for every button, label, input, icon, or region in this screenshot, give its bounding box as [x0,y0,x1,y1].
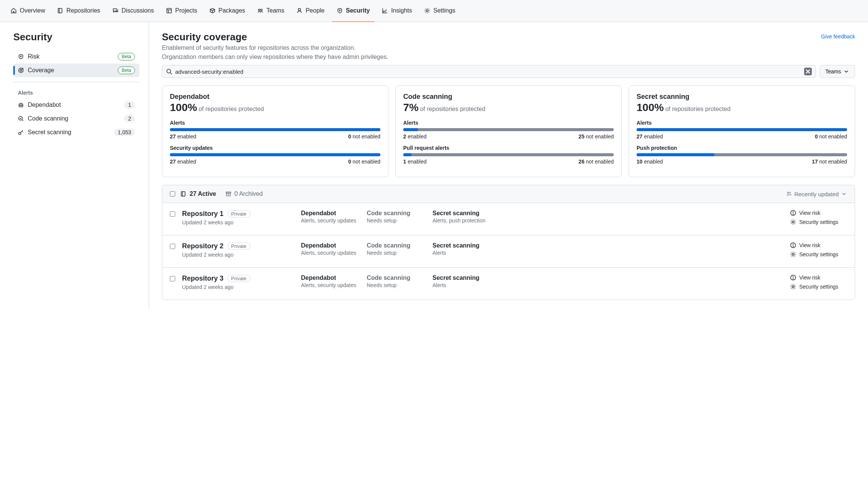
codescan-title: Code scanning [367,210,426,217]
sidebar-divider [13,82,139,82]
not-enabled-count: 26 not enabled [578,159,614,165]
topnav-label: Repositories [67,7,100,14]
repo-name[interactable]: Repository 2 Private [182,242,250,250]
enabled-count: 1 enabled [403,159,427,165]
repo-name[interactable]: Repository 1 Private [182,210,250,218]
topnav-repositories[interactable]: Repositories [53,0,105,22]
security-settings-link[interactable]: Security settings [790,284,847,290]
gear-icon [790,219,796,225]
row-checkbox[interactable] [170,276,175,281]
teams-filter-button[interactable]: Teams [820,65,855,78]
search-box[interactable] [162,65,816,78]
caret-down-icon [843,68,849,75]
codescan-sub: Needs setup [367,217,426,224]
section-label: Security updates [170,145,380,151]
svg-rect-2 [167,8,171,13]
topnav-label: Packages [219,7,245,14]
topnav-packages[interactable]: Packages [205,0,250,22]
svg-point-50 [792,286,794,288]
count-badge: 1 [124,101,135,109]
card-title: Dependabot [170,93,380,101]
visibility-badge: Private [227,243,250,250]
row-checkbox[interactable] [170,211,175,217]
svg-rect-31 [181,192,185,196]
svg-point-49 [793,279,793,279]
topnav-projects[interactable]: Projects [162,0,202,22]
topnav-teams[interactable]: Teams [253,0,289,22]
row-checkbox[interactable] [170,244,175,249]
topnav-security[interactable]: Security [332,0,374,22]
enabled-count: 27 enabled [637,133,663,140]
svg-point-14 [21,56,21,57]
svg-line-23 [22,120,23,121]
sidebar-item-risk[interactable]: RiskBeta [13,50,139,63]
caret-down-icon [841,191,847,197]
visibility-badge: Private [227,210,250,217]
svg-line-6 [212,10,215,11]
insights-icon [382,8,388,14]
gear-icon [790,251,796,257]
repo-list-header: 27 Active 0 Archived Recently updated [162,185,855,203]
svg-point-10 [298,8,301,11]
page-subtitle-1: Enablement of security features for repo… [162,44,855,51]
alert-icon [790,210,796,216]
repo-row: Repository 3 PrivateUpdated 2 weeks agoD… [162,268,855,300]
topnav-settings[interactable]: Settings [420,0,460,22]
archive-icon [225,191,231,197]
sort-dropdown[interactable]: Recently updated [786,191,847,197]
progress-bar [403,153,614,156]
topnav-insights[interactable]: Insights [377,0,417,22]
codescan-title: Code scanning [367,275,426,281]
enabled-count: 2 enabled [403,133,427,140]
sidebar-item-code-scanning[interactable]: Code scanning2 [13,112,139,125]
topnav-discussions[interactable]: Discussions [108,0,158,22]
sidebar-item-label: Dependabot [28,102,120,108]
select-all-checkbox[interactable] [170,191,175,197]
topnav-label: Security [346,7,370,14]
codescan-sub: Needs setup [367,282,426,288]
alert-icon [790,242,796,248]
view-risk-link[interactable]: View risk [790,210,847,216]
view-risk-link[interactable]: View risk [790,275,847,281]
dependabot-sub: Alerts, security updates [301,250,360,256]
search-input[interactable] [175,68,801,75]
repo-icon [181,191,187,197]
svg-line-26 [22,131,23,132]
discussion-icon [112,8,119,14]
clear-search-icon[interactable] [804,68,812,75]
card-percent-sub: of repositories protected [420,106,485,112]
package-icon [209,8,215,14]
security-settings-link[interactable]: Security settings [790,219,847,225]
sidebar-item-dependabot[interactable]: Dependabot1 [13,98,139,112]
give-feedback-link[interactable]: Give feedback [821,31,855,40]
repo-list: 27 Active 0 Archived Recently updated Re… [162,185,855,300]
enabled-count: 27 enabled [170,159,196,165]
sort-icon [786,191,792,197]
dependabot-sub: Alerts, security updates [301,217,360,224]
card-percent-sub: of repositories protected [199,106,264,112]
repo-name[interactable]: Repository 3 Private [182,275,250,283]
progress-bar [637,128,847,131]
secret-title: Secret scanning [432,275,491,281]
tab-active[interactable]: 27 Active [181,190,216,197]
view-risk-link[interactable]: View risk [790,242,847,248]
progress-bar [403,128,614,131]
not-enabled-count: 25 not enabled [578,133,614,140]
team-icon [257,8,263,14]
section-label: Pull request alerts [403,145,614,151]
secret-sub: Alerts [432,250,491,256]
topnav-people[interactable]: People [292,0,329,22]
svg-point-13 [426,10,428,11]
topnav-label: Overview [20,7,45,14]
sidebar-item-label: Risk [28,53,114,60]
topnav-overview[interactable]: Overview [6,0,50,22]
repo-row: Repository 2 PrivateUpdated 2 weeks agoD… [162,235,855,268]
sidebar-item-coverage[interactable]: CoverageBeta [13,63,139,77]
tab-archived[interactable]: 0 Archived [225,190,263,197]
topnav-label: Teams [266,7,284,14]
security-settings-link[interactable]: Security settings [790,251,847,257]
project-icon [166,8,172,14]
svg-point-20 [21,105,22,106]
page-title: Security coverage [162,31,247,43]
sidebar-item-secret-scanning[interactable]: Secret scanning1,053 [13,125,139,139]
